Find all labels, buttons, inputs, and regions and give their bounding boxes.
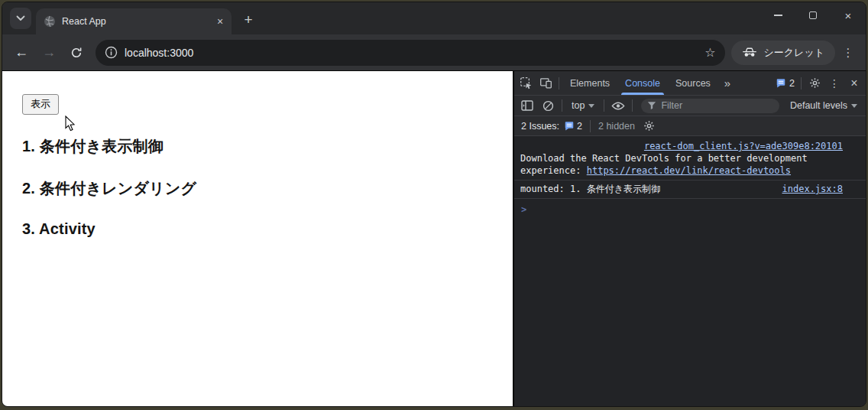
tab-title: React App (62, 16, 207, 27)
window-maximize-button[interactable] (795, 2, 831, 28)
message-source-link[interactable]: react-dom_client.js?v=ade309e8:20101 (520, 140, 843, 152)
issues-bar: 2 Issues: 2 2 hidden (514, 116, 866, 136)
devtools-menu-button[interactable]: ⋮ (824, 73, 844, 93)
issues-bar-count: 2 (577, 121, 582, 132)
inspect-element-button[interactable] (516, 73, 536, 93)
reload-button[interactable] (63, 40, 89, 66)
issues-bubble-icon (776, 78, 786, 89)
hidden-messages-label: 2 hidden (598, 121, 635, 132)
gear-icon (809, 77, 821, 89)
devtools-tabbar: Elements Console Sources » 2 ⋮ × (514, 71, 866, 96)
devtools-panel: Elements Console Sources » 2 ⋮ × (513, 71, 866, 406)
chevron-down-icon (851, 104, 857, 108)
incognito-label: シークレット (763, 46, 824, 60)
browser-tab[interactable]: React App × (36, 8, 232, 34)
console-prompt[interactable]: > (514, 199, 866, 220)
new-tab-button[interactable]: + (238, 9, 259, 31)
web-page: 表示 1. 条件付き表示制御 2. 条件付きレンダリング 3. Activity (2, 71, 513, 406)
filter-funnel-icon (647, 101, 656, 110)
clear-console-button[interactable] (538, 96, 558, 116)
message-text: mounted: 1. 条件付き表示制御 (520, 183, 660, 195)
clear-console-icon (542, 100, 554, 112)
console-sidebar-toggle-button[interactable] (517, 96, 537, 116)
maximize-icon (809, 11, 817, 19)
bookmark-star-icon[interactable]: ☆ (699, 42, 721, 63)
issues-count: 2 (789, 78, 795, 89)
context-label: top (572, 100, 585, 111)
devtools-tab-sources[interactable]: Sources (668, 71, 718, 95)
log-levels-label: Default levels (790, 100, 847, 111)
devtools-tab-elements[interactable]: Elements (562, 71, 617, 95)
divider (801, 77, 802, 89)
issues-bar-label: 2 Issues: (521, 121, 559, 132)
page-heading-2: 2. 条件付きレンダリング (22, 178, 513, 199)
page-heading-1: 1. 条件付き表示制御 (22, 136, 513, 157)
more-tabs-button[interactable]: » (718, 76, 737, 89)
site-info-icon[interactable] (105, 46, 118, 59)
mouse-cursor (65, 116, 76, 132)
chevron-down-icon (588, 104, 594, 108)
show-toggle-button[interactable]: 表示 (22, 94, 59, 115)
divider (559, 77, 559, 89)
console-sidebar-icon (521, 100, 533, 111)
console-settings-button[interactable] (640, 116, 659, 136)
device-toolbar-icon (539, 76, 552, 89)
device-toolbar-button[interactable] (536, 73, 555, 93)
browser-window: React App × + × ← → localhost:3000 ☆ シーク… (2, 2, 866, 407)
devtools-close-button[interactable]: × (844, 73, 864, 93)
console-filter-box[interactable] (641, 99, 779, 113)
back-button[interactable]: ← (8, 40, 34, 66)
reload-icon (70, 47, 83, 59)
incognito-icon (742, 47, 757, 57)
console-toolbar: top Default levels (514, 96, 866, 116)
log-levels-selector[interactable]: Default levels (785, 100, 863, 111)
devtools-settings-button[interactable] (805, 73, 824, 93)
issues-counter-button[interactable]: 2 (772, 78, 798, 89)
divider (604, 99, 604, 112)
message-url-link[interactable]: https://react.dev/link/react-devtools (587, 165, 791, 176)
divider (632, 99, 633, 112)
tab-search-button[interactable] (10, 8, 31, 29)
window-controls: × (760, 2, 866, 28)
eye-icon (611, 102, 625, 110)
divider (562, 99, 562, 112)
console-filter-input[interactable] (661, 100, 773, 111)
incognito-badge: シークレット (731, 41, 835, 65)
url-text[interactable]: localhost:3000 (125, 47, 692, 59)
tab-close-icon[interactable]: × (213, 15, 227, 28)
minimize-icon (774, 15, 782, 15)
window-content: 表示 1. 条件付き表示制御 2. 条件付きレンダリング 3. Activity… (2, 71, 866, 406)
issues-bar-counter[interactable]: 2 (564, 121, 582, 132)
message-source-link[interactable]: index.jsx:8 (782, 183, 843, 195)
window-close-button[interactable]: × (831, 2, 866, 28)
forward-button[interactable]: → (36, 40, 62, 66)
divider (590, 120, 591, 132)
browser-toolbar: ← → localhost:3000 ☆ シークレット ⋮ (2, 34, 866, 71)
inspect-cursor-icon (520, 76, 533, 89)
live-expression-button[interactable] (608, 96, 628, 116)
execution-context-selector[interactable]: top (566, 100, 600, 111)
tab-strip: React App × + × (2, 2, 866, 34)
address-bar[interactable]: localhost:3000 ☆ (96, 40, 725, 66)
console-message: react-dom_client.js?v=ade309e8:20101 Dow… (514, 138, 866, 181)
page-heading-3: 3. Activity (22, 220, 513, 238)
site-favicon-icon (44, 15, 56, 28)
devtools-tab-console[interactable]: Console (617, 71, 668, 95)
window-minimize-button[interactable] (760, 2, 795, 28)
gear-icon (643, 120, 655, 132)
issues-bubble-icon (564, 121, 575, 132)
console-messages: react-dom_client.js?v=ade309e8:20101 Dow… (514, 136, 866, 406)
chevron-down-icon (16, 15, 25, 21)
console-message: mounted: 1. 条件付き表示制御 index.jsx:8 (514, 181, 866, 199)
browser-menu-button[interactable]: ⋮ (837, 41, 860, 64)
